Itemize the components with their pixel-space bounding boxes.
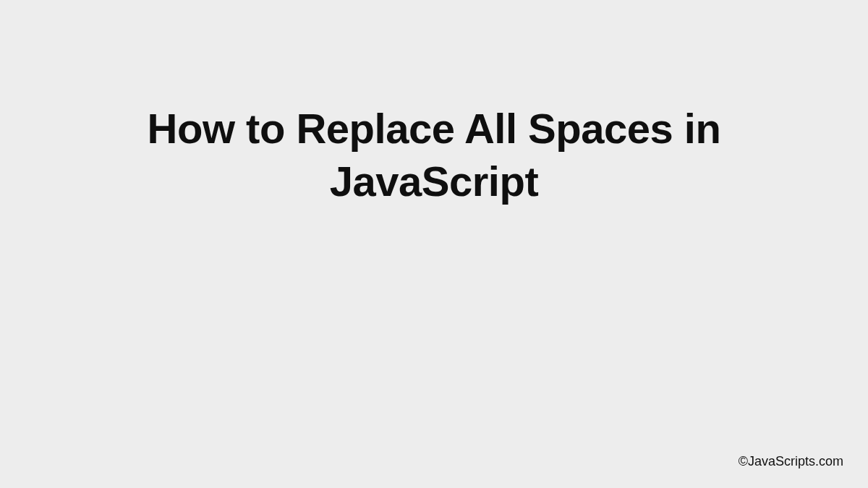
attribution-text: ©JavaScripts.com <box>739 454 843 469</box>
page-title: How to Replace All Spaces in JavaScript <box>0 103 868 207</box>
